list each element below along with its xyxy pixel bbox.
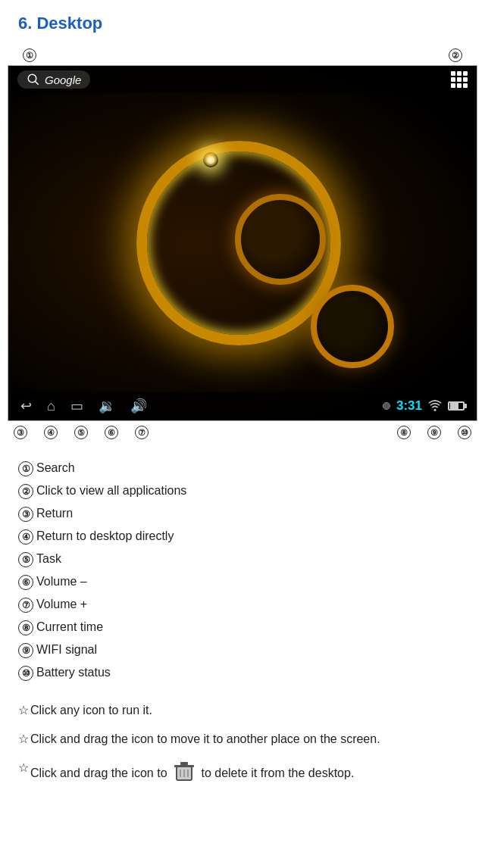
trash-icon-inline: [174, 759, 195, 788]
circle-dot: [383, 402, 390, 410]
label-num-7: ⑦: [135, 426, 149, 439]
tip-item: ☆Click any icon to run it.: [18, 701, 467, 720]
status-area: 3:31: [383, 398, 465, 414]
desc-item: ②Click to view all applications: [18, 482, 467, 500]
desc-item: ⑩Battery status: [18, 663, 467, 682]
volume-down-icon[interactable]: 🔉: [99, 398, 115, 414]
sparkle: [203, 152, 218, 167]
desc-text: Click to view all applications: [36, 482, 186, 500]
label-num-10: ⑩: [458, 426, 471, 439]
label-num-8: ⑧: [397, 426, 411, 439]
tip-text: Click and drag the icon to move it to an…: [30, 730, 380, 748]
tip-text: Click any icon to run it.: [30, 701, 152, 720]
screen-top-bar: Google: [8, 66, 477, 93]
search-icon: [27, 73, 40, 86]
desc-num: ⑧: [18, 620, 33, 635]
desc-item: ⑦Volume +: [18, 595, 467, 614]
label-num-1: ①: [23, 48, 36, 62]
desc-item: ⑨WIFI signal: [18, 641, 467, 659]
search-bar[interactable]: Google: [17, 70, 90, 89]
desc-text: Volume +: [36, 595, 87, 614]
svg-point-0: [28, 74, 36, 83]
desc-item: ③Return: [18, 504, 467, 523]
desc-num: ④: [18, 529, 33, 545]
tip-item: ☆Click and drag the icon to move it to a…: [18, 730, 467, 748]
wallpaper: [8, 66, 477, 420]
label-num-6: ⑥: [105, 426, 118, 439]
tip-star: ☆: [18, 730, 29, 748]
page-title: 6. Desktop: [18, 14, 467, 33]
circle-inner: [235, 194, 326, 285]
desc-num: ⑦: [18, 598, 33, 613]
tip-text: Click and drag the icon to to delete it …: [30, 759, 354, 788]
desc-text: Battery status: [36, 663, 111, 682]
return-icon[interactable]: ↩: [20, 398, 32, 414]
label-num-9: ⑨: [427, 426, 441, 439]
tip-star: ☆: [18, 701, 29, 720]
apps-grid-icon[interactable]: [451, 71, 468, 88]
screen-bottom-bar: ↩ ⌂ ▭ 🔉 🔊 3:31: [8, 392, 477, 420]
desc-num: ⑤: [18, 552, 33, 567]
desc-num: ⑩: [18, 666, 33, 681]
home-icon[interactable]: ⌂: [47, 398, 55, 414]
svg-line-1: [35, 81, 39, 85]
time-display: 3:31: [396, 398, 422, 414]
nav-icons: ↩ ⌂ ▭ 🔉 🔊: [20, 398, 147, 414]
google-label: Google: [45, 73, 81, 86]
wifi-icon: [428, 399, 442, 413]
label-num-4: ④: [44, 426, 58, 439]
tip-item: ☆ Click and drag the icon to to delete i…: [18, 759, 467, 788]
task-icon[interactable]: ▭: [70, 398, 83, 414]
desc-item: ⑥Volume –: [18, 573, 467, 591]
circle-small: [311, 285, 394, 368]
desc-item: ⑧Current time: [18, 618, 467, 636]
battery-fill: [450, 403, 458, 409]
desc-text: Current time: [36, 618, 103, 636]
svg-rect-5: [180, 762, 188, 765]
label-num-5: ⑤: [74, 426, 88, 439]
wallpaper-art: [91, 126, 394, 383]
label-num-2: ②: [449, 48, 462, 62]
desc-text: Task: [36, 550, 61, 568]
desc-num: ②: [18, 484, 33, 499]
volume-up-icon[interactable]: 🔊: [130, 398, 147, 414]
desc-item: ①Search: [18, 459, 467, 477]
labels-below: ③ ④ ⑤ ⑥ ⑦ ⑧ ⑨ ⑩: [0, 421, 485, 444]
tip-star: ☆: [18, 759, 29, 777]
battery-icon: [448, 401, 465, 411]
svg-point-2: [434, 409, 436, 411]
desc-text: Return to desktop directly: [36, 527, 174, 545]
labels-above: ① ②: [0, 38, 485, 65]
page-header: 6. Desktop: [0, 0, 485, 38]
desc-text: Volume –: [36, 573, 87, 591]
desc-text: Return: [36, 504, 73, 523]
desc-text: WIFI signal: [36, 641, 97, 659]
desc-num: ⑨: [18, 643, 33, 658]
screenshot: Google ↩ ⌂ ▭: [8, 65, 477, 421]
svg-rect-4: [174, 765, 194, 767]
desc-num: ⑥: [18, 575, 33, 590]
description-list: ①Search②Click to view all applications③R…: [0, 444, 485, 682]
tips-section: ☆Click any icon to run it.☆Click and dra…: [0, 686, 485, 807]
desc-item: ④Return to desktop directly: [18, 527, 467, 545]
desc-num: ①: [18, 461, 33, 476]
desc-item: ⑤Task: [18, 550, 467, 568]
desc-text: Search: [36, 459, 75, 477]
desc-num: ③: [18, 507, 33, 522]
label-num-3: ③: [14, 426, 27, 439]
